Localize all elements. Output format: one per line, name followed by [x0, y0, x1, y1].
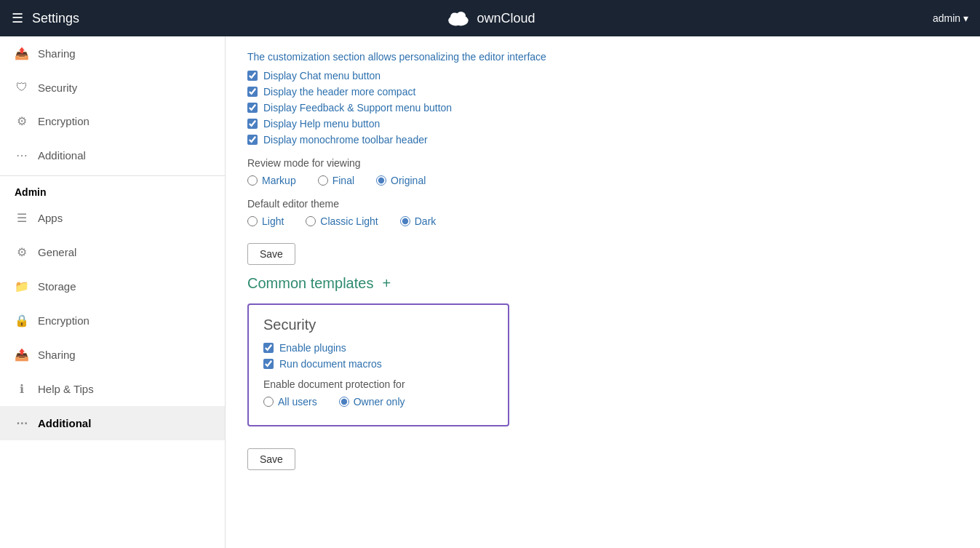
hamburger-icon[interactable]: ☰ — [12, 10, 23, 26]
sidebar-label-sharing: Sharing — [38, 47, 76, 60]
radio-label-classic-light: Classic Light — [320, 215, 378, 227]
radio-input-classic-light[interactable] — [306, 216, 316, 226]
sidebar-label-security: Security — [38, 82, 77, 94]
radio-input-dark[interactable] — [400, 216, 410, 226]
sidebar-label-storage: Storage — [38, 280, 76, 293]
radio-label-original: Original — [391, 175, 426, 186]
page-layout: 📤 Sharing 🛡 Security ⚙ Encryption ⋯ Addi… — [0, 36, 980, 548]
sidebar-label-additional: Additional — [38, 149, 86, 162]
shield-icon: 🛡 — [15, 81, 29, 94]
top-nav: ☰ Settings ownCloud admin ▾ — [0, 0, 980, 36]
radio-markup: Markup — [247, 175, 296, 186]
sidebar-item-storage[interactable]: 📁 Storage — [0, 269, 225, 303]
save-button-bottom[interactable]: Save — [247, 448, 295, 470]
sidebar-label-encryption: Encryption — [38, 115, 89, 127]
lock-icon: 🔒 — [15, 314, 29, 327]
radio-label-owner-only: Owner only — [354, 396, 405, 408]
sidebar-item-apps[interactable]: ☰ Apps — [0, 201, 225, 235]
checkbox-label-display-monochrome: Display monochrome toolbar header — [263, 134, 428, 146]
sidebar-item-additional[interactable]: ⋯ Additional — [0, 138, 225, 172]
customization-description: The customization section allows persona… — [247, 51, 958, 63]
menu-icon: ☰ — [15, 211, 29, 225]
radio-input-final[interactable] — [318, 175, 328, 186]
sidebar-item-help[interactable]: ℹ Help & Tips — [0, 372, 225, 406]
checkbox-display-monochrome[interactable] — [247, 135, 258, 145]
svg-point-4 — [456, 12, 466, 20]
radio-input-markup[interactable] — [247, 175, 258, 186]
save-button-top[interactable]: Save — [247, 243, 295, 265]
admin-menu[interactable]: admin ▾ — [933, 12, 968, 24]
checkbox-label-display-help: Display Help menu button — [263, 118, 380, 130]
sidebar-item-general[interactable]: ⚙ General — [0, 235, 225, 269]
sidebar-label-additional-admin: Additional — [38, 417, 91, 429]
sidebar-item-sharing-admin[interactable]: 📤 Sharing — [0, 338, 225, 372]
radio-input-owner-only[interactable] — [339, 397, 349, 407]
sidebar-item-security[interactable]: 🛡 Security — [0, 71, 225, 104]
radio-label-markup: Markup — [262, 175, 296, 186]
ellipsis-icon: ⋯ — [15, 148, 29, 162]
sidebar-divider — [0, 175, 225, 176]
brand-logo: ownCloud — [445, 9, 535, 28]
checkbox-label-display-feedback: Display Feedback & Support menu button — [263, 102, 452, 114]
gear-icon: ⚙ — [15, 114, 29, 128]
review-mode-radio-row: Markup Final Original — [247, 175, 958, 186]
sidebar-item-encryption[interactable]: ⚙ Encryption — [0, 104, 225, 138]
sidebar-item-encryption-admin[interactable]: 🔒 Encryption — [0, 303, 225, 338]
checkbox-display-help[interactable] — [247, 119, 258, 129]
radio-input-light[interactable] — [247, 216, 258, 226]
checkboxes-container: Display Chat menu button Display the hea… — [247, 70, 958, 146]
checkbox-display-compact[interactable] — [247, 87, 258, 97]
checkbox-row-display-help: Display Help menu button — [247, 118, 958, 130]
radio-input-all-users[interactable] — [263, 397, 274, 407]
theme-label: Default editor theme — [247, 198, 958, 210]
brand-name: ownCloud — [477, 11, 535, 26]
radio-light: Light — [247, 215, 284, 227]
checkbox-run-macros[interactable] — [263, 359, 274, 369]
common-templates-title: Common templates — [247, 275, 373, 292]
review-mode-label: Review mode for viewing — [247, 157, 958, 169]
checkbox-enable-plugins[interactable] — [263, 343, 274, 353]
radio-label-final: Final — [332, 175, 354, 186]
radio-original: Original — [376, 175, 426, 186]
radio-classic-light: Classic Light — [306, 215, 378, 227]
main-content: The customization section allows persona… — [226, 36, 980, 548]
radio-owner-only: Owner only — [339, 396, 405, 408]
checkbox-row-display-monochrome: Display monochrome toolbar header — [247, 134, 958, 146]
sidebar-item-additional-admin[interactable]: ⋯ Additional — [0, 406, 225, 440]
theme-radio-row: Light Classic Light Dark — [247, 215, 958, 227]
radio-final: Final — [318, 175, 354, 186]
folder-icon: 📁 — [15, 279, 29, 293]
radio-all-users: All users — [263, 396, 317, 408]
security-checkbox-row-plugins: Enable plugins — [263, 342, 493, 354]
common-templates-header: Common templates + — [247, 275, 958, 292]
radio-label-light: Light — [262, 215, 284, 227]
sidebar-label-general: General — [38, 246, 76, 258]
sidebar-item-sharing[interactable]: 📤 Sharing — [0, 36, 225, 71]
security-section: Security Enable plugins Run document mac… — [247, 303, 509, 426]
checkbox-label-run-macros: Run document macros — [279, 358, 382, 370]
checkbox-row-display-chat: Display Chat menu button — [247, 70, 958, 82]
dots-icon: ⋯ — [15, 416, 29, 430]
radio-label-all-users: All users — [278, 396, 317, 408]
checkbox-label-enable-plugins: Enable plugins — [279, 342, 346, 354]
radio-dark: Dark — [400, 215, 437, 227]
radio-input-original[interactable] — [376, 175, 386, 186]
sidebar-label-encryption-admin: Encryption — [38, 314, 89, 327]
checkbox-label-display-compact: Display the header more compact — [263, 86, 415, 98]
checkbox-label-display-chat: Display Chat menu button — [263, 70, 381, 82]
security-section-title: Security — [263, 317, 493, 333]
radio-label-dark: Dark — [415, 215, 437, 227]
admin-section-header: Admin — [0, 179, 225, 201]
security-checkbox-row-macros: Run document macros — [263, 358, 493, 370]
settings-gear-icon: ⚙ — [15, 245, 29, 259]
protection-label: Enable document protection for — [263, 378, 493, 390]
add-template-button[interactable]: + — [379, 275, 394, 292]
sidebar: 📤 Sharing 🛡 Security ⚙ Encryption ⋯ Addi… — [0, 36, 226, 548]
checkbox-display-chat[interactable] — [247, 71, 258, 81]
share2-icon: 📤 — [15, 348, 29, 362]
checkbox-row-display-feedback: Display Feedback & Support menu button — [247, 102, 958, 114]
sidebar-label-apps: Apps — [38, 212, 63, 224]
cloud-icon — [445, 9, 471, 28]
sidebar-label-help: Help & Tips — [38, 383, 94, 395]
checkbox-display-feedback[interactable] — [247, 103, 258, 113]
